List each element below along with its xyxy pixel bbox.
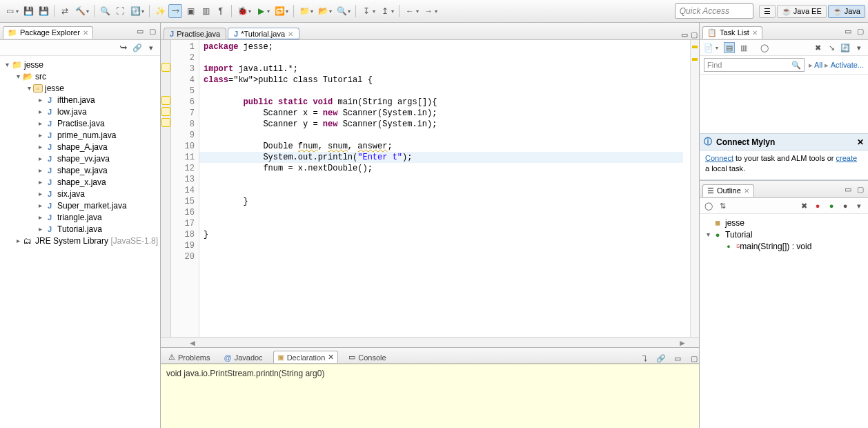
minimize-bottom-button[interactable]: ▭ bbox=[673, 353, 682, 363]
close-icon[interactable]: ✕ bbox=[288, 30, 293, 38]
expand-icon[interactable]: ▸ bbox=[36, 225, 44, 233]
maximize-editor-button[interactable]: ▢ bbox=[689, 30, 699, 39]
tab-console[interactable]: ▭ Console bbox=[345, 351, 389, 363]
editor-horizontal-scrollbar[interactable]: ◄ ► bbox=[161, 337, 699, 347]
close-icon[interactable]: ✕ bbox=[857, 137, 864, 147]
warning-marker-icon[interactable] bbox=[161, 107, 170, 116]
dropdown-arrow-icon[interactable]: ▾ bbox=[86, 8, 89, 14]
hide-icon[interactable]: ↘ bbox=[827, 43, 836, 52]
collapse-all-button[interactable]: ⮩ bbox=[119, 43, 128, 52]
categorized-button[interactable]: ▤ bbox=[724, 42, 735, 53]
view-menu-button[interactable]: ▾ bbox=[854, 201, 864, 211]
outline-class[interactable]: ▾ Tutorial bbox=[700, 228, 868, 240]
debug-button[interactable]: 🐞 bbox=[235, 4, 249, 18]
expand-icon[interactable]: ▾ bbox=[25, 84, 33, 92]
build-button[interactable]: 🔨 bbox=[73, 4, 87, 18]
new-package-button[interactable]: ▥ bbox=[199, 4, 213, 18]
expand-icon[interactable]: ▸ bbox=[36, 143, 44, 150]
dropdown-arrow-icon[interactable]: ▾ bbox=[286, 8, 288, 14]
tree-java-file[interactable]: ▸low.java bbox=[0, 106, 160, 117]
task-find-input[interactable]: Find 🔍 bbox=[704, 58, 805, 72]
expand-icon[interactable]: ▸ bbox=[36, 96, 44, 104]
tab-problems[interactable]: ⚠ Problems bbox=[165, 351, 213, 363]
warning-marker-icon[interactable] bbox=[161, 96, 170, 105]
editor-tab-tutorial[interactable]: J *Tutorial.java ✕ bbox=[228, 28, 299, 39]
toggle-block-button[interactable]: ¶ bbox=[214, 4, 228, 18]
tree-java-file[interactable]: ▸shape_x.java bbox=[0, 176, 160, 188]
open-task-button[interactable]: ⛶ bbox=[113, 4, 127, 18]
search-button[interactable]: 🔍 bbox=[335, 4, 348, 18]
expand-icon[interactable]: ▾ bbox=[14, 72, 22, 80]
hide-local-button[interactable]: ● bbox=[840, 201, 850, 211]
package-explorer-tab[interactable]: 📁 Package Explorer ✕ bbox=[3, 26, 93, 39]
expand-icon[interactable]: ▸ bbox=[36, 108, 44, 115]
outline-method[interactable]: S main(String[]) : void bbox=[700, 240, 868, 252]
dropdown-arrow-icon[interactable]: ▾ bbox=[348, 8, 351, 14]
new-folder-button[interactable]: 📁 bbox=[297, 4, 311, 18]
tree-java-file[interactable]: ▸Tutorial.java bbox=[0, 223, 160, 235]
tree-java-file[interactable]: ▸Super_market.java bbox=[0, 200, 160, 211]
synchronize-button[interactable]: 🔄 bbox=[840, 43, 850, 52]
dropdown-arrow-icon[interactable]: ▾ bbox=[435, 8, 437, 14]
close-icon[interactable]: ✕ bbox=[744, 187, 749, 195]
dropdown-arrow-icon[interactable]: ▾ bbox=[310, 8, 313, 14]
tree-java-file[interactable]: ▸triangle.java bbox=[0, 211, 160, 223]
expand-icon[interactable]: ▸ bbox=[36, 202, 44, 209]
scheduled-button[interactable]: ▥ bbox=[739, 43, 749, 52]
overview-ruler[interactable] bbox=[690, 40, 699, 337]
tree-java-file[interactable]: ▸Practise.java bbox=[0, 117, 160, 129]
tree-jre-library[interactable]: ▸ JRE System Library [JavaSE-1.8] bbox=[0, 235, 160, 246]
mylyn-create-link[interactable]: create bbox=[836, 154, 858, 162]
dropdown-arrow-icon[interactable]: ▾ bbox=[141, 8, 144, 14]
tree-java-file[interactable]: ▸prime_num.java bbox=[0, 129, 160, 141]
save-button[interactable]: 💾 bbox=[21, 4, 35, 18]
save-all-button[interactable]: 💾 bbox=[37, 4, 50, 18]
dropdown-arrow-icon[interactable]: ▾ bbox=[267, 8, 270, 14]
focus-button[interactable]: ◯ bbox=[760, 43, 769, 52]
tab-declaration[interactable]: ▣ Declaration ✕ bbox=[273, 351, 339, 363]
scroll-left-icon[interactable]: ◄ bbox=[188, 338, 197, 348]
maximize-bottom-button[interactable]: ▢ bbox=[689, 353, 699, 363]
collapse-icon[interactable]: ✖ bbox=[813, 43, 822, 52]
search-icon[interactable]: 🔍 bbox=[791, 61, 801, 70]
minimize-view-button[interactable]: ▭ bbox=[135, 26, 145, 36]
expand-icon[interactable]: ▸ bbox=[36, 155, 44, 162]
warning-marker-icon[interactable] bbox=[161, 63, 170, 72]
scroll-right-icon[interactable]: ► bbox=[678, 338, 687, 348]
overview-warning-icon[interactable] bbox=[692, 46, 698, 48]
dropdown-arrow-icon[interactable]: ▾ bbox=[373, 8, 375, 14]
outline-tab[interactable]: ☰ Outline ✕ bbox=[702, 184, 754, 197]
code-area[interactable]: package jesse; import java.util.*;class=… bbox=[199, 40, 690, 337]
close-icon[interactable]: ✕ bbox=[752, 29, 758, 37]
back-button[interactable]: ← bbox=[403, 4, 417, 18]
expand-icon[interactable]: ▾ bbox=[704, 231, 712, 238]
dropdown-arrow-icon[interactable]: ▾ bbox=[391, 8, 394, 14]
toggle-breadcrumb-button[interactable]: 🡒 bbox=[168, 4, 182, 18]
close-icon[interactable]: ✕ bbox=[83, 29, 88, 37]
expand-icon[interactable]: ▸ bbox=[36, 119, 44, 127]
maximize-view-button[interactable]: ▢ bbox=[856, 184, 865, 194]
expand-icon[interactable]: ▸ bbox=[14, 237, 22, 244]
warning-marker-icon[interactable] bbox=[161, 118, 170, 127]
expand-icon[interactable]: ▸ bbox=[36, 166, 44, 174]
new-class-button[interactable]: ▣ bbox=[184, 4, 197, 18]
tasks-all-link[interactable]: All bbox=[814, 61, 822, 69]
minimize-view-button[interactable]: ▭ bbox=[843, 184, 853, 194]
forward-button[interactable]: → bbox=[422, 4, 435, 18]
dropdown-arrow-icon[interactable]: ▾ bbox=[329, 8, 332, 14]
tree-package[interactable]: ▾ jesse bbox=[0, 82, 160, 94]
new-menu-button[interactable]: ▭ bbox=[3, 4, 17, 18]
tree-project[interactable]: ▾ jesse bbox=[0, 59, 160, 70]
expand-icon[interactable]: ▸ bbox=[36, 213, 44, 221]
dropdown-arrow-icon[interactable]: ▾ bbox=[16, 8, 19, 14]
hide-non-public-button[interactable]: ● bbox=[827, 201, 836, 211]
outline-package[interactable]: jesse bbox=[700, 217, 868, 228]
close-icon[interactable]: ✕ bbox=[328, 353, 334, 362]
link-selection-button[interactable]: 🔗 bbox=[656, 353, 666, 363]
perspective-java-ee[interactable]: ☕ Java EE bbox=[777, 5, 827, 18]
overview-warning-icon[interactable] bbox=[692, 58, 698, 61]
focus-active-task-button[interactable]: ◯ bbox=[704, 201, 713, 211]
expand-icon[interactable]: ▸ bbox=[36, 178, 44, 186]
maximize-view-button[interactable]: ▢ bbox=[148, 26, 157, 36]
tasks-activate-link[interactable]: Activate... bbox=[831, 61, 864, 69]
